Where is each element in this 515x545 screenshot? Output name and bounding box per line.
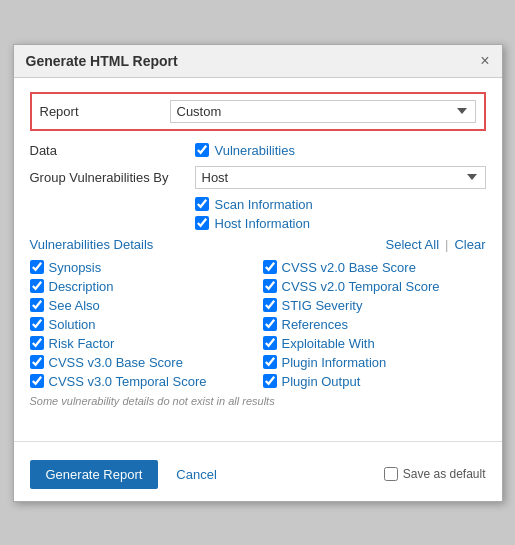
dialog-header: Generate HTML Report × — [14, 45, 502, 78]
detail-stig-severity: STIG Severity — [263, 298, 486, 313]
detail-plugin-output: Plugin Output — [263, 374, 486, 389]
group-by-select[interactable]: Host Plugin Severity — [195, 166, 486, 189]
exploitable-with-checkbox[interactable] — [263, 336, 277, 350]
plugin-info-label[interactable]: Plugin Information — [282, 355, 387, 370]
data-label: Data — [30, 143, 195, 158]
select-all-link[interactable]: Select All — [386, 237, 439, 252]
save-default-group: Save as default — [384, 467, 486, 481]
see-also-checkbox[interactable] — [30, 298, 44, 312]
stig-severity-checkbox[interactable] — [263, 298, 277, 312]
detail-solution: Solution — [30, 317, 253, 332]
dialog-title: Generate HTML Report — [26, 53, 178, 69]
vulnerabilities-group: Vulnerabilities — [195, 143, 295, 158]
solution-checkbox[interactable] — [30, 317, 44, 331]
report-select[interactable]: Custom Executive Detailed — [170, 100, 476, 123]
save-default-label[interactable]: Save as default — [403, 467, 486, 481]
footer-divider — [14, 441, 502, 442]
cvss20-temporal-label[interactable]: CVSS v2.0 Temporal Score — [282, 279, 440, 294]
detail-cvss20-temporal: CVSS v2.0 Temporal Score — [263, 279, 486, 294]
risk-factor-checkbox[interactable] — [30, 336, 44, 350]
exploitable-with-label[interactable]: Exploitable With — [282, 336, 375, 351]
host-info-row: Host Information — [195, 216, 486, 231]
vuln-details-header: Vulnerabilities Details Select All | Cle… — [30, 237, 486, 252]
pipe-separator: | — [445, 237, 448, 252]
cvss20-base-checkbox[interactable] — [263, 260, 277, 274]
detail-description: Description — [30, 279, 253, 294]
cvss30-base-label[interactable]: CVSS v3.0 Base Score — [49, 355, 183, 370]
plugin-info-checkbox[interactable] — [263, 355, 277, 369]
note-text: Some vulnerability details do not exist … — [30, 395, 486, 407]
data-row: Data Vulnerabilities — [30, 143, 486, 158]
group-by-label: Group Vulnerabilities By — [30, 170, 195, 185]
references-label[interactable]: References — [282, 317, 348, 332]
detail-cvss20-base: CVSS v2.0 Base Score — [263, 260, 486, 275]
close-button[interactable]: × — [480, 53, 489, 69]
description-checkbox[interactable] — [30, 279, 44, 293]
cvss30-temporal-label[interactable]: CVSS v3.0 Temporal Score — [49, 374, 207, 389]
detail-synopsis: Synopsis — [30, 260, 253, 275]
vulnerabilities-checkbox[interactable] — [195, 143, 209, 157]
references-checkbox[interactable] — [263, 317, 277, 331]
cvss20-temporal-checkbox[interactable] — [263, 279, 277, 293]
see-also-label[interactable]: See Also — [49, 298, 100, 313]
clear-link[interactable]: Clear — [454, 237, 485, 252]
scan-info-label[interactable]: Scan Information — [215, 197, 313, 212]
risk-factor-label[interactable]: Risk Factor — [49, 336, 115, 351]
detail-plugin-information: Plugin Information — [263, 355, 486, 370]
scan-info-group: Scan Information Host Information — [195, 197, 486, 231]
detail-risk-factor: Risk Factor — [30, 336, 253, 351]
plugin-output-label[interactable]: Plugin Output — [282, 374, 361, 389]
details-grid: Synopsis CVSS v2.0 Base Score Descriptio… — [30, 260, 486, 389]
report-row: Report Custom Executive Detailed — [30, 92, 486, 131]
save-default-checkbox[interactable] — [384, 467, 398, 481]
vulnerabilities-label[interactable]: Vulnerabilities — [215, 143, 295, 158]
detail-exploitable-with: Exploitable With — [263, 336, 486, 351]
synopsis-checkbox[interactable] — [30, 260, 44, 274]
synopsis-label[interactable]: Synopsis — [49, 260, 102, 275]
stig-severity-label[interactable]: STIG Severity — [282, 298, 363, 313]
report-label: Report — [40, 104, 170, 119]
dialog-body: Report Custom Executive Detailed Data Vu… — [14, 78, 502, 431]
footer-left: Generate Report Cancel — [30, 460, 225, 489]
group-by-row: Group Vulnerabilities By Host Plugin Sev… — [30, 166, 486, 189]
vuln-details-label: Vulnerabilities Details — [30, 237, 154, 252]
scan-info-row: Scan Information — [195, 197, 486, 212]
host-info-checkbox[interactable] — [195, 216, 209, 230]
cvss30-base-checkbox[interactable] — [30, 355, 44, 369]
description-label[interactable]: Description — [49, 279, 114, 294]
detail-references: References — [263, 317, 486, 332]
plugin-output-checkbox[interactable] — [263, 374, 277, 388]
footer: Generate Report Cancel Save as default — [14, 452, 502, 501]
scan-info-checkbox[interactable] — [195, 197, 209, 211]
generate-html-report-dialog: Generate HTML Report × Report Custom Exe… — [13, 44, 503, 502]
detail-see-also: See Also — [30, 298, 253, 313]
cvss30-temporal-checkbox[interactable] — [30, 374, 44, 388]
select-all-clear-group: Select All | Clear — [386, 237, 486, 252]
detail-cvss30-temporal: CVSS v3.0 Temporal Score — [30, 374, 253, 389]
generate-report-button[interactable]: Generate Report — [30, 460, 159, 489]
cancel-button[interactable]: Cancel — [168, 460, 224, 489]
detail-cvss30-base: CVSS v3.0 Base Score — [30, 355, 253, 370]
solution-label[interactable]: Solution — [49, 317, 96, 332]
cvss20-base-label[interactable]: CVSS v2.0 Base Score — [282, 260, 416, 275]
host-info-label[interactable]: Host Information — [215, 216, 310, 231]
